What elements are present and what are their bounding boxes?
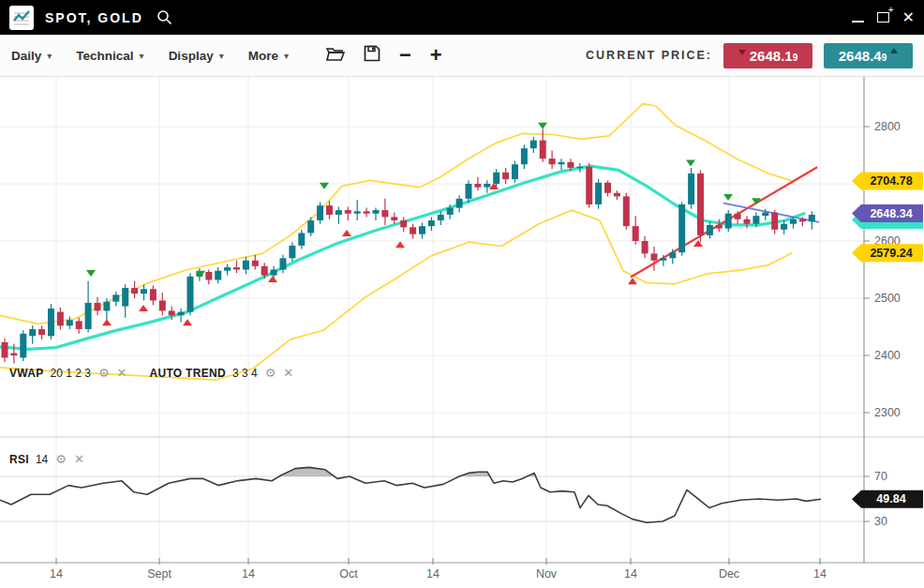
close-icon[interactable]: ✕ [74, 452, 84, 466]
rsi-line [0, 467, 821, 522]
sell-triangle-icon [686, 159, 695, 166]
candle [159, 300, 166, 310]
arrow-up-icon [890, 48, 898, 53]
candle [549, 158, 556, 164]
open-folder-icon[interactable] [326, 46, 345, 66]
date-tick-label: 14 [242, 567, 255, 580]
gear-icon[interactable]: ⚙ [55, 452, 67, 466]
close-icon[interactable]: ✕ [117, 366, 127, 380]
candle [447, 208, 454, 215]
candle [753, 216, 759, 224]
candle [762, 213, 768, 217]
sell-triangle-icon [86, 270, 96, 277]
gear-icon[interactable]: ⚙ [265, 366, 276, 380]
candle [76, 321, 82, 329]
date-tick-label: Oct [339, 567, 358, 580]
candle [289, 246, 295, 258]
candle [716, 225, 723, 229]
bid-price-badge: 2648.19 [723, 43, 812, 68]
buy-triangle-icon [183, 319, 192, 325]
candle [567, 162, 574, 168]
candle [410, 227, 416, 234]
candle [215, 271, 221, 280]
candle [85, 303, 92, 329]
candle [178, 312, 185, 316]
candle [381, 210, 388, 217]
candle [150, 289, 156, 300]
search-icon[interactable] [156, 9, 172, 25]
candle [224, 267, 231, 271]
candle [280, 258, 287, 269]
date-tick-label: Dec [719, 567, 739, 580]
save-icon[interactable] [364, 45, 380, 66]
trading-app-window: SPOT, GOLD ✕ Daily ▾ Technical ▾ Display… [0, 0, 924, 588]
sell-triangle-icon [723, 194, 733, 201]
candle [317, 205, 323, 220]
candle [95, 303, 101, 311]
candle [169, 310, 175, 315]
candle [735, 214, 741, 219]
candle [345, 210, 351, 214]
close-icon[interactable]: ✕ [283, 366, 293, 380]
candle [744, 219, 751, 224]
popout-window-button[interactable] [877, 12, 889, 23]
candle [595, 183, 602, 204]
buy-triangle-icon [139, 305, 148, 311]
candle [38, 329, 45, 335]
menu-more[interactable]: More ▾ [248, 49, 289, 63]
svg-text:2648.34: 2648.34 [870, 207, 912, 220]
axes: 28002600250024002300703014Sept14Oct14Nov… [0, 77, 924, 580]
candle [466, 184, 472, 199]
candle [521, 148, 528, 164]
arrow-down-icon [738, 50, 746, 55]
menu-technical[interactable]: Technical ▾ [76, 49, 143, 63]
date-tick-label: 14 [50, 567, 63, 580]
candle [669, 252, 676, 258]
rsi-tick-label: 70 [874, 470, 887, 483]
candle [112, 294, 119, 301]
price-tick-label: 2800 [874, 120, 901, 133]
candle [233, 267, 240, 269]
price-tick-label: 2500 [874, 292, 901, 305]
candle [10, 354, 17, 355]
minimize-button[interactable] [852, 21, 864, 23]
chevron-down-icon: ▾ [47, 51, 52, 61]
auto-trend-indicator-label: AUTO TREND [149, 367, 225, 380]
menu-daily[interactable]: Daily ▾ [11, 49, 52, 63]
menu-display[interactable]: Display ▾ [169, 49, 224, 63]
candle [29, 329, 36, 336]
candle [688, 173, 694, 204]
zoom-in-button[interactable]: + [430, 46, 442, 65]
candle [131, 288, 138, 294]
candle [364, 211, 370, 213]
date-tick-label: 14 [426, 567, 440, 580]
title-bar: SPOT, GOLD ✕ [0, 0, 924, 35]
chevron-down-icon: ▾ [219, 51, 224, 61]
vwap-indicator-label: VWAP [9, 367, 44, 380]
date-tick-label: Nov [536, 567, 558, 580]
candle [2, 342, 8, 357]
candle [400, 220, 407, 227]
buy-triangle-icon [628, 278, 637, 284]
candle [576, 167, 583, 168]
candle [67, 320, 73, 325]
candle [493, 173, 499, 184]
candle [243, 261, 249, 270]
svg-text:49.84: 49.84 [876, 492, 905, 505]
candle [419, 226, 425, 234]
zoom-out-button[interactable]: − [399, 46, 411, 65]
svg-text:2579.24: 2579.24 [870, 247, 912, 260]
close-button[interactable]: ✕ [902, 10, 915, 25]
candle [771, 213, 778, 230]
rsi-indicator-label: RSI [9, 453, 29, 466]
candle [559, 162, 565, 164]
chart-canvas[interactable]: 28002600250024002300703014Sept14Oct14Nov… [0, 0, 924, 588]
sell-triangle-icon [320, 183, 329, 189]
candle [651, 253, 658, 260]
candle [725, 214, 732, 229]
date-tick-label: Sept [147, 567, 171, 580]
gridlines [0, 77, 864, 563]
candle [697, 173, 704, 235]
gear-icon[interactable]: ⚙ [98, 366, 110, 380]
chevron-down-icon: ▾ [284, 51, 289, 61]
